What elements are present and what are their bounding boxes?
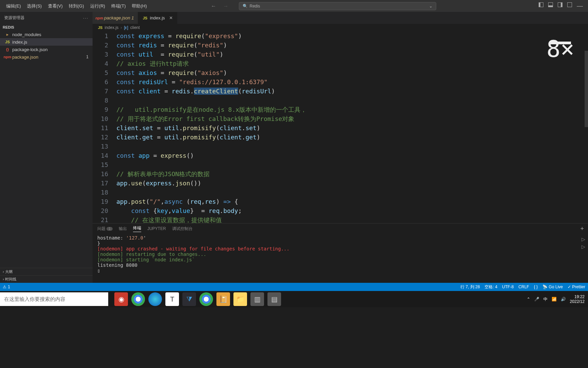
statusbar: ⚠ 1 行 7, 列 28 空格: 4 UTF-8 CRLF { } 📡 Go … bbox=[0, 283, 588, 291]
task-text[interactable]: T bbox=[165, 292, 179, 306]
menu-item[interactable]: 编辑(E) bbox=[3, 2, 23, 11]
task-icons: ◉ T ⧩ 📔 📁 ▥ ▤ bbox=[114, 292, 281, 306]
sidebar: 资源管理器 ··· REDIS ▸node_modulesJSindex.js{… bbox=[0, 12, 93, 283]
nav-back-icon[interactable]: ← bbox=[211, 3, 216, 9]
tree-item[interactable]: npmpackage.json1 bbox=[0, 53, 93, 61]
section-label[interactable]: REDIS bbox=[0, 24, 93, 31]
status-encoding[interactable]: UTF-8 bbox=[502, 285, 514, 289]
windows-search[interactable]: 在这里输入你要搜索的内容 bbox=[0, 292, 108, 306]
status-prettier[interactable]: ✓ Prettier bbox=[568, 285, 585, 289]
editor-tab[interactable]: npmpackage.json 1 bbox=[93, 12, 138, 24]
panel-tab[interactable]: 输出 bbox=[119, 226, 127, 232]
broadcast-icon: 📡 bbox=[542, 285, 548, 289]
task-explorer[interactable]: 📁 bbox=[233, 292, 247, 306]
editor-group: npmpackage.json 1JSindex.js✕ JS index.js… bbox=[93, 12, 588, 283]
tray-ime[interactable]: 中 bbox=[543, 296, 548, 302]
warning-icon: ⚠ bbox=[3, 285, 6, 289]
editor-tab[interactable]: JSindex.js✕ bbox=[138, 12, 177, 24]
task-app-8[interactable]: ▥ bbox=[250, 292, 264, 306]
task-notes[interactable]: 📔 bbox=[216, 292, 230, 306]
terminal-side-icon2[interactable]: ▷ bbox=[582, 244, 585, 249]
status-golive[interactable]: 📡 Go Live bbox=[542, 285, 563, 289]
tray-volume-icon[interactable]: 🔊 bbox=[561, 297, 566, 302]
sidebar-section[interactable]: › 大纲 bbox=[0, 268, 93, 275]
task-vscode[interactable]: ⧩ bbox=[182, 292, 196, 306]
task-chrome[interactable] bbox=[131, 292, 145, 306]
js-icon: JS bbox=[5, 40, 10, 44]
minimap[interactable] bbox=[585, 51, 588, 223]
playback-speed-overlay: 8× bbox=[546, 38, 574, 53]
folder-icon: ▸ bbox=[5, 32, 10, 37]
layout-panel-icon[interactable] bbox=[548, 2, 553, 7]
more-icon[interactable]: ··· bbox=[83, 16, 88, 20]
menu-item[interactable]: 帮助(H) bbox=[129, 2, 149, 11]
command-center[interactable]: 🔍 Redis ⌄ bbox=[239, 2, 436, 10]
taskbar: 在这里输入你要搜索的内容 ◉ T ⧩ 📔 📁 ▥ ▤ ⌃ 🎤 中 📶 🔊 19:… bbox=[0, 291, 588, 307]
editor[interactable]: 123456789101112131415161718192021 const … bbox=[93, 31, 588, 223]
file-tree: ▸node_modulesJSindex.js{}package-lock.js… bbox=[0, 31, 93, 61]
panel-tab[interactable]: 终端 bbox=[133, 225, 141, 232]
task-app-9[interactable]: ▤ bbox=[267, 292, 281, 306]
pkg-icon: npm bbox=[5, 55, 10, 59]
new-terminal-icon[interactable]: + bbox=[580, 225, 584, 232]
status-lang[interactable]: { } bbox=[534, 285, 538, 289]
sidebar-bottom: › 大纲› 时间线 bbox=[0, 268, 93, 283]
window-minimize-icon[interactable]: — bbox=[577, 2, 583, 10]
tray-wifi-icon[interactable]: 📶 bbox=[552, 297, 557, 302]
main-split: 资源管理器 ··· REDIS ▸node_modulesJSindex.js{… bbox=[0, 12, 588, 283]
json-icon: {} bbox=[5, 47, 10, 51]
tree-item[interactable]: ▸node_modules bbox=[0, 31, 93, 38]
status-warnings[interactable]: ⚠ 1 bbox=[3, 285, 10, 289]
layout-sidebar-left-icon[interactable] bbox=[539, 2, 543, 7]
menu-item[interactable]: 转到(G) bbox=[66, 2, 87, 11]
breadcrumb-symbol: client bbox=[130, 25, 140, 30]
task-app-1[interactable]: ◉ bbox=[114, 292, 128, 306]
panel-tab[interactable]: 调试控制台 bbox=[172, 226, 193, 232]
status-spaces[interactable]: 空格: 4 bbox=[485, 284, 497, 290]
panel-tab[interactable]: 问题 1 bbox=[97, 226, 113, 232]
tree-item[interactable]: {}package-lock.json bbox=[0, 46, 93, 53]
speed-text: 8× bbox=[546, 44, 574, 53]
pkg-icon: npm bbox=[97, 16, 102, 20]
menubar: 编辑(E)选择(S)查看(V)转到(G)运行(R)终端(T)帮助(H) bbox=[0, 2, 150, 11]
nav-fwd-icon[interactable]: → bbox=[223, 3, 229, 9]
menu-item[interactable]: 运行(R) bbox=[87, 2, 108, 11]
breadcrumb-file: index.js bbox=[104, 25, 118, 30]
code-area[interactable]: const express = require("express")const … bbox=[116, 31, 588, 223]
tabbar: npmpackage.json 1JSindex.js✕ bbox=[93, 12, 588, 24]
titlebar: 编辑(E)选择(S)查看(V)转到(G)运行(R)终端(T)帮助(H) ← → … bbox=[0, 0, 588, 12]
breadcrumb[interactable]: JS index.js › [ᴇ] client bbox=[93, 24, 588, 31]
close-icon[interactable]: ✕ bbox=[169, 15, 173, 20]
search-icon: 🔍 bbox=[243, 4, 248, 9]
search-text: Redis bbox=[250, 4, 260, 9]
layout-sidebar-right-icon[interactable] bbox=[558, 2, 562, 7]
task-chrome2[interactable] bbox=[199, 292, 213, 306]
tree-item[interactable]: JSindex.js bbox=[0, 38, 93, 46]
terminal-side-icon[interactable]: ▷ bbox=[582, 236, 585, 242]
js-icon: JS bbox=[142, 16, 148, 20]
tray-mic-icon[interactable]: 🎤 bbox=[534, 297, 539, 302]
sidebar-header: 资源管理器 ··· bbox=[0, 12, 93, 24]
panel-tabs: 问题 1输出终端JUPYTER调试控制台+ bbox=[93, 224, 588, 234]
status-eol[interactable]: CRLF bbox=[519, 285, 529, 289]
nav-arrows: ← → bbox=[211, 3, 229, 9]
chevron-down-icon[interactable]: ⌄ bbox=[429, 4, 432, 9]
menu-item[interactable]: 选择(S) bbox=[24, 2, 44, 11]
sidebar-section[interactable]: › 时间线 bbox=[0, 275, 93, 283]
task-edge[interactable] bbox=[148, 292, 162, 306]
layout-controls: — bbox=[539, 2, 583, 10]
panel-tab[interactable]: JUPYTER bbox=[147, 226, 166, 231]
panel-side-controls: ▷ ▷ bbox=[582, 236, 585, 249]
system-tray: ⌃ 🎤 中 📶 🔊 19:22 2022/12 bbox=[527, 294, 585, 304]
panel: 问题 1输出终端JUPYTER调试控制台+ ▷ ▷ hostname: '127… bbox=[93, 223, 588, 283]
chevron-right-icon: › bbox=[120, 25, 122, 30]
line-gutter: 123456789101112131415161718192021 bbox=[93, 31, 116, 223]
tray-clock[interactable]: 19:22 2022/12 bbox=[570, 294, 585, 304]
menu-item[interactable]: 查看(V) bbox=[45, 2, 65, 11]
status-cursor[interactable]: 行 7, 列 28 bbox=[460, 284, 480, 290]
terminal-output[interactable]: hostname: '127.0'}[nodemon] app crashed … bbox=[93, 234, 588, 275]
js-icon: JS bbox=[98, 26, 102, 30]
tray-chevron-icon[interactable]: ⌃ bbox=[527, 297, 530, 302]
menu-item[interactable]: 终端(T) bbox=[109, 2, 129, 11]
layout-customize-icon[interactable] bbox=[567, 2, 572, 7]
